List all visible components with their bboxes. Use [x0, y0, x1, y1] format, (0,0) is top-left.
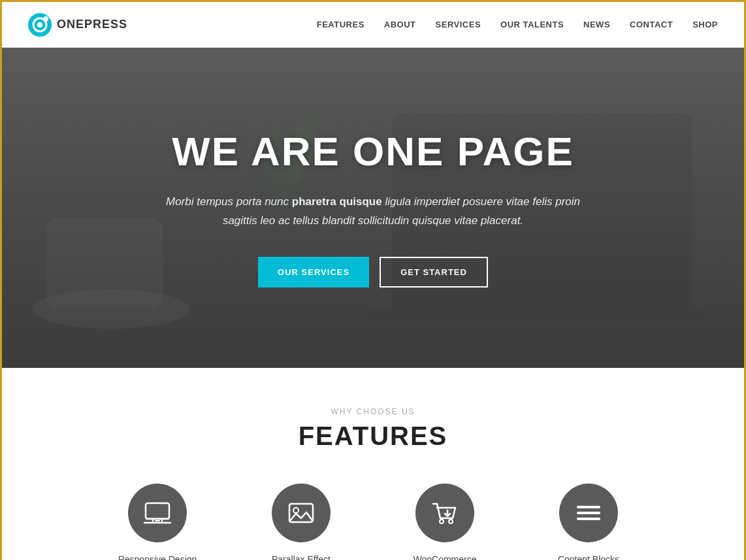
our-services-button[interactable]: OUR SERVICES: [258, 257, 369, 288]
svg-point-17: [293, 508, 299, 513]
features-title: FEATURES: [28, 421, 718, 451]
menu-icon: [576, 502, 602, 524]
feature-blocks: Content Blocks: [536, 484, 641, 560]
svg-rect-15: [155, 520, 160, 521]
nav-talents[interactable]: OUR TALENTS: [500, 20, 564, 29]
logo-icon: [28, 13, 52, 37]
hero-title: WE ARE ONE PAGE: [164, 128, 582, 174]
nav-news[interactable]: NEWS: [583, 20, 610, 29]
get-started-button[interactable]: GET STARTED: [380, 257, 488, 288]
features-section: WHY CHOOSE US FEATURES Responsive Design: [2, 368, 744, 560]
feature-responsive-label: Responsive Design: [118, 554, 197, 560]
main-nav: FEATURES ABOUT SERVICES OUR TALENTS NEWS…: [317, 20, 718, 29]
hero-subtitle-plain: Morbi tempus porta nunc: [166, 195, 292, 208]
brand-name: ONEPRESS: [57, 18, 127, 31]
feature-woo-label: WooCommerce: [414, 554, 477, 560]
svg-point-18: [440, 519, 444, 523]
svg-rect-7: [366, 306, 705, 319]
feature-parallax-label: Parallax Effect: [272, 554, 331, 560]
svg-rect-5: [46, 218, 163, 309]
feature-parallax-icon-circle: [272, 484, 331, 542]
hero-content: WE ARE ONE PAGE Morbi tempus porta nunc …: [164, 128, 582, 288]
feature-responsive-icon-circle: [128, 484, 187, 542]
hero-subtitle: Morbi tempus porta nunc pharetra quisque…: [164, 193, 582, 231]
feature-responsive: Responsive Design: [105, 484, 210, 560]
feature-woo: WooCommerce: [393, 484, 497, 560]
feature-woo-icon-circle: [415, 484, 474, 542]
image-icon: [287, 501, 316, 525]
cart-icon: [430, 500, 459, 526]
feature-parallax: Parallax Effect: [249, 484, 353, 560]
logo[interactable]: ONEPRESS: [28, 13, 127, 37]
header: ONEPRESS FEATURES ABOUT SERVICES OUR TAL…: [2, 2, 744, 48]
hero-buttons: OUR SERVICES GET STARTED: [164, 257, 582, 288]
svg-rect-16: [289, 504, 313, 522]
feature-blocks-label: Content Blocks: [558, 554, 619, 560]
nav-contact[interactable]: CONTACT: [630, 20, 673, 29]
svg-point-2: [37, 22, 42, 27]
hero-section: WE ARE ONE PAGE Morbi tempus porta nunc …: [2, 48, 744, 368]
svg-point-3: [43, 16, 48, 22]
svg-rect-10: [146, 503, 169, 519]
svg-point-19: [449, 519, 453, 523]
nav-shop[interactable]: SHOP: [692, 20, 718, 29]
hero-subtitle-bold: pharetra quisque: [292, 195, 382, 208]
features-grid: Responsive Design Parallax Effect: [28, 484, 718, 560]
nav-features[interactable]: FEATURES: [317, 20, 365, 29]
nav-about[interactable]: ABOUT: [384, 20, 416, 29]
nav-services[interactable]: SERVICES: [436, 20, 481, 29]
features-subtitle: WHY CHOOSE US: [28, 407, 718, 416]
feature-blocks-icon-circle: [559, 484, 618, 542]
laptop-icon: [143, 501, 172, 525]
